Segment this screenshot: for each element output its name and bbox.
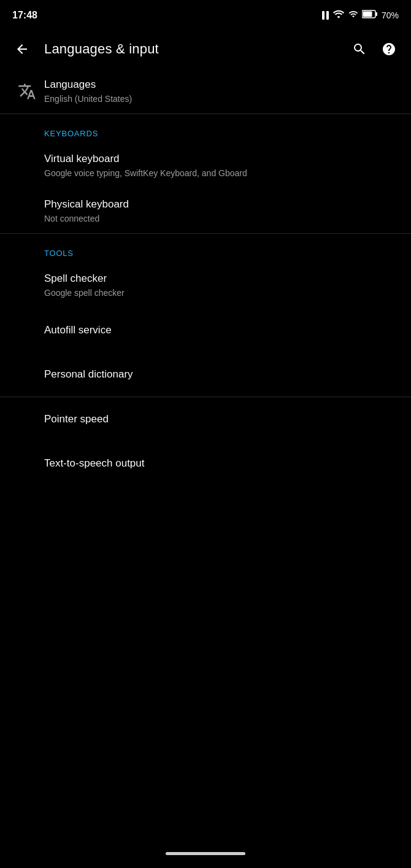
spell-checker-subtitle: Google spell checker [44,287,401,300]
status-icons: 70% [322,9,399,21]
back-button[interactable] [10,37,34,61]
pointer-speed-title: Pointer speed [44,412,401,427]
battery-icon [362,9,378,21]
languages-content: Languages English (United States) [44,77,401,105]
pointer-speed-content: Pointer speed [44,412,401,427]
tts-output-item[interactable]: Text-to-speech output [0,441,411,486]
app-bar: Languages & input [0,29,411,69]
personal-dictionary-title: Personal dictionary [44,367,401,382]
svg-rect-1 [375,12,377,16]
autofill-service-title: Autofill service [44,323,401,338]
autofill-service-item[interactable]: Autofill service [0,308,411,352]
wifi-icon [332,9,345,21]
nav-bar [0,839,411,868]
physical-keyboard-item[interactable]: Physical keyboard Not connected [0,188,411,233]
translate-icon [10,82,44,101]
battery-percent: 70% [382,10,399,20]
virtual-keyboard-content: Virtual keyboard Google voice typing, Sw… [44,152,401,179]
tts-output-title: Text-to-speech output [44,456,401,471]
personal-dictionary-item[interactable]: Personal dictionary [0,352,411,397]
languages-item[interactable]: Languages English (United States) [0,69,411,114]
app-bar-actions [347,37,401,61]
pointer-speed-item[interactable]: Pointer speed [0,397,411,441]
status-time: 17:48 [12,10,37,21]
languages-subtitle: English (United States) [44,93,401,106]
search-button[interactable] [347,37,372,61]
pause-icon [322,11,329,20]
signal-icon [348,9,358,21]
status-bar: 17:48 70% [0,0,411,29]
spell-checker-title: Spell checker [44,271,401,286]
page-title: Languages & input [44,41,337,57]
languages-title: Languages [44,77,401,92]
spell-checker-item[interactable]: Spell checker Google spell checker [0,263,411,308]
tts-output-content: Text-to-speech output [44,456,401,471]
physical-keyboard-title: Physical keyboard [44,197,401,212]
home-indicator [166,852,245,855]
physical-keyboard-subtitle: Not connected [44,213,401,225]
keyboards-section-header: KEYBOARDS [0,114,411,143]
physical-keyboard-content: Physical keyboard Not connected [44,197,401,225]
help-button[interactable] [377,37,401,61]
tools-section-header: TOOLS [0,234,411,263]
virtual-keyboard-title: Virtual keyboard [44,152,401,166]
spell-checker-content: Spell checker Google spell checker [44,271,401,299]
virtual-keyboard-item[interactable]: Virtual keyboard Google voice typing, Sw… [0,143,411,188]
autofill-service-content: Autofill service [44,323,401,338]
virtual-keyboard-subtitle: Google voice typing, SwiftKey Keyboard, … [44,168,401,180]
svg-rect-2 [363,12,372,17]
personal-dictionary-content: Personal dictionary [44,367,401,382]
